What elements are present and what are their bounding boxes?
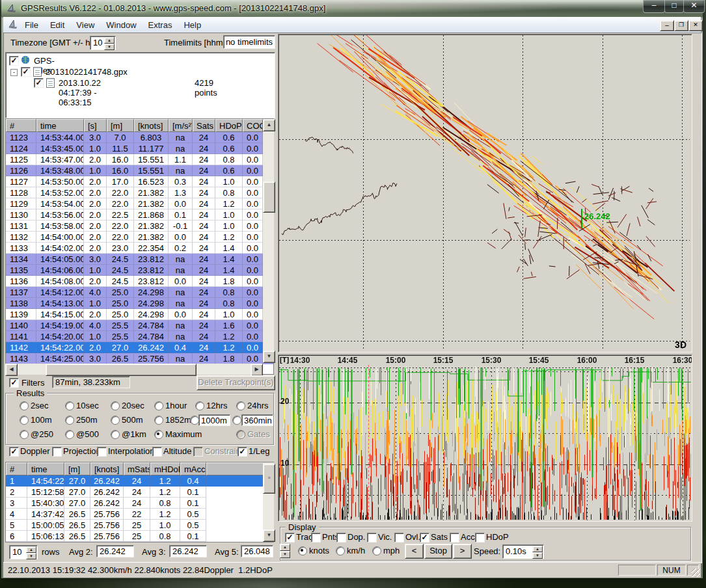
speed-graph-canvas[interactable] xyxy=(279,356,691,520)
flag-checkbox-projection[interactable] xyxy=(52,447,62,457)
menu-item-view[interactable]: View xyxy=(70,18,100,32)
display-checkbox-vic[interactable] xyxy=(367,533,377,542)
stop-button[interactable]: Stop xyxy=(424,544,452,559)
replay-speed-spinner[interactable]: 0.10s ▲▼ xyxy=(502,544,544,559)
close-button[interactable]: ✕ xyxy=(683,0,705,13)
scale-up-icon[interactable]: ▲ xyxy=(280,544,290,551)
table-row[interactable]: 315:40:3027.026.242240.80.1 xyxy=(6,498,273,509)
flag-checkbox-interpolation[interactable] xyxy=(97,447,107,457)
table-row[interactable]: 215:12:5827.026.242241.20.1 xyxy=(6,487,273,498)
timezone-down-icon[interactable]: ▼ xyxy=(104,44,115,50)
column-header-6[interactable]: Sats xyxy=(193,119,215,132)
trackpoints-hscrollbar[interactable]: ◀ ▶ xyxy=(5,364,263,375)
scroll-up-icon[interactable]: ▲ xyxy=(263,119,275,131)
display-checkbox-dop[interactable] xyxy=(336,533,346,542)
custom-time-field[interactable]: 360min xyxy=(241,414,273,426)
table-row[interactable]: 113014:53:56.0002.022.521.8680.1241.00.0 xyxy=(6,209,273,220)
column-header-4[interactable]: mSats xyxy=(124,462,150,475)
tree-collapse-icon[interactable]: - xyxy=(10,69,18,76)
table-row[interactable]: 114014:54:19.0004.025.524.784na241.60.0 xyxy=(6,320,273,331)
results-radio-100m[interactable] xyxy=(20,416,29,425)
results-radio-1km[interactable] xyxy=(111,430,120,439)
menu-item-help[interactable]: Help xyxy=(178,18,207,32)
vscroll-thumb[interactable] xyxy=(263,181,275,213)
rows-down-icon[interactable]: ▼ xyxy=(26,553,36,559)
table-row[interactable]: 113714:54:12.0004.025.024.298na240.80.0 xyxy=(6,287,273,298)
results-vscrollbar[interactable]: ≡ ▼ xyxy=(263,462,274,542)
column-header-7[interactable]: HDoP xyxy=(215,119,243,132)
table-row[interactable]: 113914:54:15.0002.025.024.2980.0241.00.0 xyxy=(6,309,273,320)
display-checkbox-tracks[interactable]: ✓ xyxy=(285,533,295,542)
display-checkbox-hdop[interactable] xyxy=(475,533,485,542)
timezone-up-icon[interactable]: ▲ xyxy=(104,37,115,44)
table-row[interactable]: 112614:53:48.0001.016.015.551na240.60.0 xyxy=(6,165,273,176)
column-header-0[interactable]: # xyxy=(6,119,36,132)
menu-item-extras[interactable]: Extras xyxy=(143,18,178,32)
results-radio-500m[interactable] xyxy=(111,416,120,425)
mdi-close-button[interactable]: ✕ xyxy=(688,20,703,31)
timezone-spinner[interactable]: 10 ▲▼ xyxy=(90,36,116,50)
results-radio-1852m[interactable] xyxy=(154,416,163,425)
mdi-restore-button[interactable]: ❐ xyxy=(674,20,688,31)
results-radio-maximum[interactable] xyxy=(154,430,163,439)
column-header-0[interactable]: # xyxy=(6,462,27,475)
column-header-5[interactable]: [m/s²] xyxy=(169,119,193,132)
results-radio-10sec[interactable] xyxy=(65,401,74,410)
results-radio-1000m[interactable] xyxy=(190,416,199,425)
flag-checkbox-altitude[interactable] xyxy=(152,447,162,457)
table-row[interactable]: 114314:54:25.0003.026.525.756na241.80.0 xyxy=(6,353,273,364)
avg3-field[interactable]: 26.242 xyxy=(169,545,207,557)
minimize-button[interactable]: – xyxy=(643,0,665,13)
results-radio-500[interactable] xyxy=(65,430,74,439)
column-header-1[interactable]: time xyxy=(36,119,84,132)
results-radio-24hrs[interactable] xyxy=(236,401,245,410)
column-header-2[interactable]: [s] xyxy=(84,119,107,132)
table-row[interactable]: 113114:53:58.0002.022.021.382-0.1241.00.… xyxy=(6,220,273,232)
rows-up-icon[interactable]: ▲ xyxy=(26,546,36,553)
table-row[interactable]: 114114:54:20.0001.025.524.784na241.20.0 xyxy=(6,331,273,342)
column-header-6[interactable]: mAcc xyxy=(180,462,206,475)
resize-grip[interactable] xyxy=(692,568,700,577)
table-row[interactable]: 113314:54:02.0002.023.022.3540.2241.40.0 xyxy=(6,243,273,254)
column-header-1[interactable]: time xyxy=(27,462,64,475)
column-header-3[interactable]: [knots] xyxy=(90,462,124,475)
table-row[interactable]: 515:00:0526.525.756251.00.5 xyxy=(6,520,273,531)
speed-up-icon[interactable]: ▲ xyxy=(532,546,543,552)
table-row[interactable]: 112714:53:50.0002.017.016.5230.3241.00.0 xyxy=(6,176,273,187)
avg2-field[interactable]: 26.242 xyxy=(96,545,134,557)
table-row[interactable]: 113814:54:13.0001.025.024.298na240.80.0 xyxy=(6,298,273,309)
delete-trackpoints-button[interactable]: Delete Trackpoint(s) xyxy=(197,375,275,390)
table-row[interactable]: 112814:53:52.0002.022.021.3821.3240.80.0 xyxy=(6,187,273,198)
gps-files-checkbox[interactable]: ✓ xyxy=(9,56,19,66)
results-radio-360min[interactable] xyxy=(232,416,241,425)
results-radio-20sec[interactable] xyxy=(111,401,120,410)
mdi-minimize-button[interactable]: – xyxy=(660,20,674,31)
table-row[interactable]: 615:06:1326.525.756250.80.1 xyxy=(6,531,273,542)
unit-radio-knots[interactable] xyxy=(298,546,307,555)
results-radio-12hrs[interactable] xyxy=(195,401,204,410)
column-header-3[interactable]: [m] xyxy=(107,119,134,132)
menu-item-edit[interactable]: Edit xyxy=(44,18,70,32)
unit-radio-mph[interactable] xyxy=(372,546,381,555)
track-map-canvas[interactable] xyxy=(279,35,690,350)
trackpoints-vscrollbar[interactable]: ▲ ▼ xyxy=(263,119,274,363)
results-radio-250[interactable] xyxy=(20,430,29,439)
table-row[interactable]: 112914:53:54.0002.022.021.3820.0241.20.0 xyxy=(6,198,273,209)
results-radio-1hour[interactable] xyxy=(154,401,163,410)
gpx-file-checkbox[interactable]: ✓ xyxy=(21,67,31,77)
display-checkbox-sats[interactable]: ✓ xyxy=(420,533,429,542)
scroll-down-icon[interactable]: ▼ xyxy=(263,351,275,363)
custom-distance-field[interactable]: 1000m xyxy=(198,414,230,426)
table-row[interactable]: 114:54:2227.026.242241.20.4 xyxy=(6,475,273,487)
unit-radio-kmh[interactable] xyxy=(336,546,345,555)
rows-spinner[interactable]: 10 ▲▼ xyxy=(9,545,38,559)
timelimits-field[interactable]: no timelimits xyxy=(223,35,275,49)
scroll-down-icon[interactable]: ▼ xyxy=(263,529,275,542)
table-row[interactable]: 113214:54:00.0002.022.021.3820.0241.20.0 xyxy=(6,232,273,243)
flag-checkbox-1leg[interactable]: ✓ xyxy=(238,447,247,457)
hscroll-thumb[interactable] xyxy=(46,364,197,376)
table-row[interactable]: 112414:53:45.0001.011.511.177na240.60.0 xyxy=(6,143,273,154)
display-checkbox-pnts[interactable] xyxy=(311,533,321,542)
table-row[interactable]: 113614:54:08.0002.024.523.8120.0241.80.0 xyxy=(6,276,273,287)
results-vscroll-thumb[interactable]: ≡ xyxy=(263,464,275,494)
